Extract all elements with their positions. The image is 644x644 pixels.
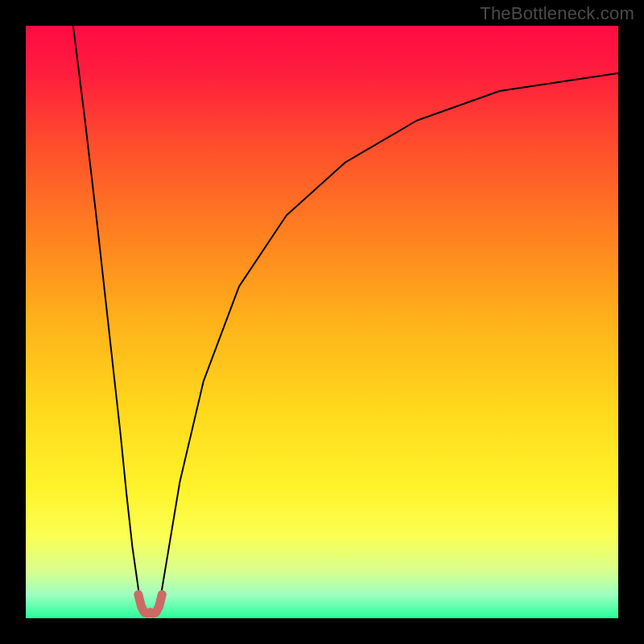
chart-frame: TheBottleneck.com: [0, 0, 644, 644]
chart-svg: [26, 26, 618, 618]
watermark-text: TheBottleneck.com: [480, 3, 634, 24]
plot-area: [26, 26, 618, 618]
gradient-background: [26, 26, 618, 618]
